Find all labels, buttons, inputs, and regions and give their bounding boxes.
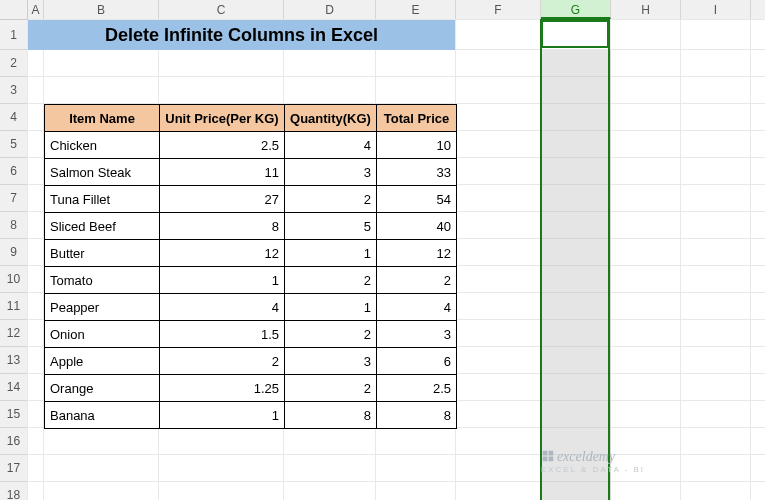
- cell[interactable]: 2.5: [377, 375, 457, 402]
- header-cell[interactable]: Unit Price(Per KG): [160, 105, 285, 132]
- cell[interactable]: Onion: [45, 321, 160, 348]
- row-header-10[interactable]: 10: [0, 266, 27, 293]
- row-header-1[interactable]: 1: [0, 20, 27, 50]
- header-cell[interactable]: Total Price: [377, 105, 457, 132]
- watermark-logo: exceldemy EXCEL & DATA - BI: [541, 449, 645, 474]
- cell[interactable]: 27: [160, 186, 285, 213]
- table-row: Onion1.523: [45, 321, 457, 348]
- cell[interactable]: 2: [285, 186, 377, 213]
- row-header-5[interactable]: 5: [0, 131, 27, 158]
- title-merged-cell[interactable]: Delete Infinite Columns in Excel: [28, 20, 455, 50]
- table-row: Tomato122: [45, 267, 457, 294]
- cell[interactable]: 1: [285, 294, 377, 321]
- cell[interactable]: 6: [377, 348, 457, 375]
- row-header-15[interactable]: 15: [0, 401, 27, 428]
- row-header-13[interactable]: 13: [0, 347, 27, 374]
- cell[interactable]: Apple: [45, 348, 160, 375]
- cell[interactable]: 1: [160, 402, 285, 429]
- column-selection-highlight: [541, 50, 611, 500]
- cell[interactable]: Salmon Steak: [45, 159, 160, 186]
- cell[interactable]: 1.5: [160, 321, 285, 348]
- cell[interactable]: Tomato: [45, 267, 160, 294]
- cell[interactable]: Chicken: [45, 132, 160, 159]
- row-header-14[interactable]: 14: [0, 374, 27, 401]
- column-headers: ABCDEFGHI: [28, 0, 765, 20]
- cell[interactable]: 4: [377, 294, 457, 321]
- table-row: Peapper414: [45, 294, 457, 321]
- table-row: Tuna Fillet27254: [45, 186, 457, 213]
- row-header-4[interactable]: 4: [0, 104, 27, 131]
- cell[interactable]: 2: [285, 267, 377, 294]
- cell[interactable]: Banana: [45, 402, 160, 429]
- cell[interactable]: 12: [160, 240, 285, 267]
- cell[interactable]: 33: [377, 159, 457, 186]
- column-header-d[interactable]: D: [284, 0, 376, 19]
- cell[interactable]: 1.25: [160, 375, 285, 402]
- cell[interactable]: Sliced Beef: [45, 213, 160, 240]
- cell[interactable]: Butter: [45, 240, 160, 267]
- cell[interactable]: 2: [285, 375, 377, 402]
- row-header-18[interactable]: 18: [0, 482, 27, 500]
- row-header-6[interactable]: 6: [0, 158, 27, 185]
- cell[interactable]: Tuna Fillet: [45, 186, 160, 213]
- table-row: Sliced Beef8540: [45, 213, 457, 240]
- column-header-c[interactable]: C: [159, 0, 284, 19]
- select-all-corner[interactable]: [0, 0, 28, 20]
- cell[interactable]: 8: [160, 213, 285, 240]
- row-header-11[interactable]: 11: [0, 293, 27, 320]
- watermark-tag: EXCEL & DATA - BI: [541, 465, 645, 474]
- watermark-brand: exceldemy: [557, 449, 615, 464]
- table-row: Butter12112: [45, 240, 457, 267]
- cell[interactable]: 8: [377, 402, 457, 429]
- cell[interactable]: 10: [377, 132, 457, 159]
- cell[interactable]: Peapper: [45, 294, 160, 321]
- row-headers: 123456789101112131415161718: [0, 20, 28, 500]
- column-header-g[interactable]: G: [541, 0, 611, 19]
- table-row: Salmon Steak11333: [45, 159, 457, 186]
- row-header-7[interactable]: 7: [0, 185, 27, 212]
- active-cell[interactable]: [541, 20, 609, 48]
- cell[interactable]: 5: [285, 213, 377, 240]
- cell[interactable]: 12: [377, 240, 457, 267]
- row-header-17[interactable]: 17: [0, 455, 27, 482]
- cell[interactable]: 4: [285, 132, 377, 159]
- cell[interactable]: 8: [285, 402, 377, 429]
- row-header-8[interactable]: 8: [0, 212, 27, 239]
- cell[interactable]: Orange: [45, 375, 160, 402]
- cell[interactable]: 3: [285, 159, 377, 186]
- header-cell[interactable]: Quantity(KG): [285, 105, 377, 132]
- table-row: Banana188: [45, 402, 457, 429]
- column-header-b[interactable]: B: [44, 0, 159, 19]
- row-header-2[interactable]: 2: [0, 50, 27, 77]
- table-row: Apple236: [45, 348, 457, 375]
- column-header-e[interactable]: E: [376, 0, 456, 19]
- worksheet-grid[interactable]: Delete Infinite Columns in Excel Item Na…: [28, 20, 765, 500]
- cell[interactable]: 2: [160, 348, 285, 375]
- cell[interactable]: 3: [377, 321, 457, 348]
- cell[interactable]: 40: [377, 213, 457, 240]
- table-row: Chicken2.5410: [45, 132, 457, 159]
- cell[interactable]: 3: [285, 348, 377, 375]
- cell[interactable]: 54: [377, 186, 457, 213]
- cell[interactable]: 4: [160, 294, 285, 321]
- cell[interactable]: 1: [160, 267, 285, 294]
- cell[interactable]: 11: [160, 159, 285, 186]
- column-header-f[interactable]: F: [456, 0, 541, 19]
- column-header-h[interactable]: H: [611, 0, 681, 19]
- column-header-a[interactable]: A: [28, 0, 44, 19]
- table-row: Orange1.2522.5: [45, 375, 457, 402]
- column-header-i[interactable]: I: [681, 0, 751, 19]
- data-table: Item NameUnit Price(Per KG)Quantity(KG)T…: [44, 104, 457, 429]
- row-header-9[interactable]: 9: [0, 239, 27, 266]
- cell[interactable]: 2.5: [160, 132, 285, 159]
- header-cell[interactable]: Item Name: [45, 105, 160, 132]
- row-header-12[interactable]: 12: [0, 320, 27, 347]
- cell[interactable]: 1: [285, 240, 377, 267]
- cell[interactable]: 2: [377, 267, 457, 294]
- row-header-3[interactable]: 3: [0, 77, 27, 104]
- row-header-16[interactable]: 16: [0, 428, 27, 455]
- cell[interactable]: 2: [285, 321, 377, 348]
